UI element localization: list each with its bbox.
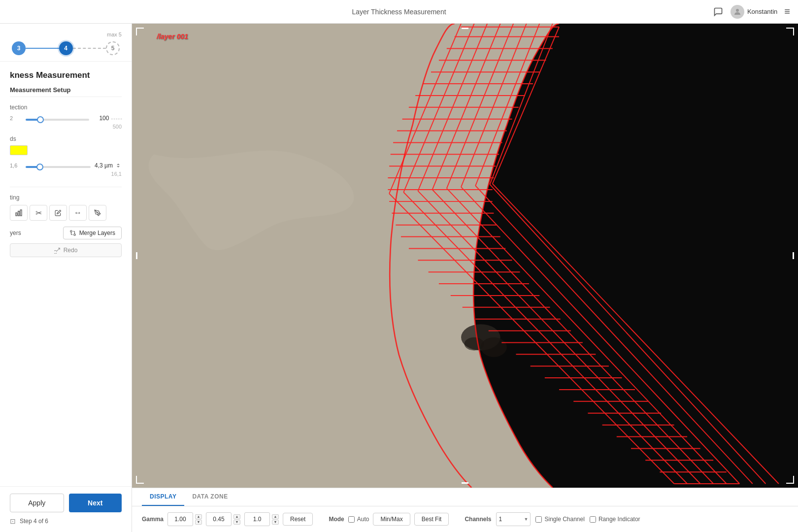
pencil-button[interactable] bbox=[49, 205, 67, 221]
gamma-down-1[interactable]: ▼ bbox=[195, 520, 202, 525]
app-title: Layer Thickness Measurement bbox=[352, 8, 446, 16]
gamma-input-3[interactable] bbox=[244, 512, 270, 526]
scissors-button[interactable]: ✂ bbox=[30, 205, 47, 221]
auto-checkbox-label: Auto bbox=[348, 516, 369, 523]
user-menu[interactable]: Konstantin bbox=[731, 5, 777, 19]
menu-icon[interactable]: ≡ bbox=[784, 6, 790, 17]
range-indicator-checkbox[interactable] bbox=[590, 516, 596, 523]
bottom-tabs: DISPLAY DATA ZONE bbox=[132, 488, 798, 506]
steps-track: 3 4 5 bbox=[10, 41, 122, 55]
corner-marker-tr bbox=[786, 28, 794, 35]
edge-marker-bottom bbox=[462, 482, 468, 484]
corner-marker-tl bbox=[136, 28, 144, 35]
gamma-up-1[interactable]: ▲ bbox=[195, 514, 202, 519]
section-title: kness Measurement bbox=[0, 62, 132, 86]
reset-button[interactable]: Reset bbox=[283, 513, 313, 526]
svg-point-6 bbox=[70, 231, 72, 233]
thickness-spinner-icon bbox=[115, 162, 122, 169]
gamma-spinner-3: ▲ ▼ bbox=[272, 514, 279, 525]
measurement-panel: Measurement Setup tection 2 100 - - - - … bbox=[0, 86, 132, 185]
panel-heading: Measurement Setup bbox=[10, 86, 122, 97]
channels-group: Channels 1 2 3 ▼ Single Channel bbox=[465, 512, 640, 526]
sidebar-scroll-area: kness Measurement Measurement Setup tect… bbox=[0, 62, 132, 486]
color-swatch[interactable] bbox=[10, 145, 28, 155]
layers-label: yers bbox=[10, 230, 21, 236]
toolbar-section: ting ✂ ↔ yers bbox=[0, 189, 132, 263]
pen-tool-button[interactable] bbox=[89, 205, 106, 221]
toolbar-label: ting bbox=[10, 194, 122, 201]
gamma-up-2[interactable]: ▲ bbox=[233, 514, 240, 519]
minmax-button[interactable]: Min/Max bbox=[373, 513, 410, 526]
steps-max-label: max 5 bbox=[10, 32, 122, 37]
avatar bbox=[731, 5, 744, 19]
gamma-label: Gamma bbox=[142, 516, 164, 523]
range-indicator-text: Range Indicator bbox=[598, 516, 640, 523]
step-indicator-label: Step 4 of 6 bbox=[20, 518, 48, 525]
layers-row: yers Merge Layers bbox=[10, 227, 122, 239]
channels-label: Channels bbox=[465, 516, 491, 523]
edge-marker-right bbox=[793, 252, 794, 259]
best-fit-button[interactable]: Best Fit bbox=[414, 513, 449, 526]
detection-value: 100 bbox=[93, 115, 109, 122]
thickness-value-group: 4,3 µm bbox=[95, 162, 122, 169]
toolbar-icons-row: ✂ ↔ bbox=[10, 205, 122, 221]
topbar-right: Konstantin ≡ bbox=[713, 5, 790, 19]
bottom-panel: DISPLAY DATA ZONE Gamma ▲ ▼ bbox=[132, 488, 798, 532]
gamma-input-2[interactable] bbox=[206, 512, 232, 526]
channel-select-wrapper: 1 2 3 ▼ bbox=[496, 512, 531, 526]
gamma-input-1[interactable] bbox=[167, 512, 193, 526]
mode-label: Mode bbox=[329, 516, 344, 523]
chat-icon[interactable] bbox=[713, 6, 724, 17]
detection-min: 2 bbox=[10, 115, 22, 121]
svg-point-5 bbox=[73, 234, 75, 236]
username-label: Konstantin bbox=[747, 8, 777, 15]
next-button[interactable]: Next bbox=[69, 494, 122, 512]
channel-select[interactable]: 1 2 3 bbox=[496, 512, 531, 526]
svg-point-10 bbox=[481, 337, 507, 357]
detection-slider[interactable] bbox=[26, 119, 89, 121]
detection-dashes: - - - - - bbox=[111, 115, 122, 121]
footer-buttons: Apply Next bbox=[10, 494, 122, 512]
detection-slider-wrapper bbox=[26, 114, 89, 123]
detection-slider-row: 2 100 - - - - - bbox=[10, 114, 122, 123]
sidebar: max 5 3 4 5 kness Measurement Measuremen… bbox=[0, 24, 132, 532]
thickness-slider-row: 1,6 4,3 µm bbox=[10, 161, 122, 170]
redo-icon bbox=[54, 247, 61, 254]
svg-point-0 bbox=[736, 9, 739, 12]
auto-checkbox[interactable] bbox=[348, 516, 355, 523]
microscope-image bbox=[132, 24, 798, 488]
gamma-down-3[interactable]: ▼ bbox=[272, 520, 279, 525]
range-indicator-label: Range Indicator bbox=[590, 516, 640, 523]
thickness-max-label: 16,1 bbox=[10, 171, 122, 177]
auto-label: Auto bbox=[357, 516, 369, 523]
svg-rect-1 bbox=[16, 213, 17, 216]
bar-chart-button[interactable] bbox=[10, 205, 28, 221]
redo-button[interactable]: Redo bbox=[10, 243, 122, 257]
thickness-slider[interactable] bbox=[26, 166, 91, 168]
apply-button[interactable]: Apply bbox=[10, 494, 64, 512]
svg-point-4 bbox=[97, 212, 98, 213]
arrows-button[interactable]: ↔ bbox=[69, 205, 87, 221]
step-indicator-icon: ⊡ bbox=[10, 517, 16, 525]
connector-4-5 bbox=[73, 48, 106, 49]
step-3: 3 bbox=[12, 41, 26, 55]
step-5: 5 bbox=[106, 41, 120, 55]
colors-label: ds bbox=[10, 135, 122, 142]
sidebar-footer: Apply Next ⊡ Step 4 of 6 bbox=[0, 486, 132, 532]
topbar: Layer Thickness Measurement Konstantin ≡ bbox=[0, 0, 798, 24]
connector-3-4 bbox=[26, 48, 59, 49]
main-container: max 5 3 4 5 kness Measurement Measuremen… bbox=[0, 24, 798, 532]
merge-layers-button[interactable]: Merge Layers bbox=[63, 227, 122, 239]
thickness-slider-wrapper bbox=[26, 161, 91, 170]
detection-max-label: 500 bbox=[10, 124, 122, 130]
step-indicator: ⊡ Step 4 of 6 bbox=[10, 517, 122, 525]
gamma-up-3[interactable]: ▲ bbox=[272, 514, 279, 519]
merge-icon bbox=[69, 230, 76, 236]
gamma-down-2[interactable]: ▼ bbox=[233, 520, 240, 525]
gamma-input-3-group: ▲ ▼ bbox=[244, 512, 279, 526]
image-viewport[interactable]: /layer 001 bbox=[132, 24, 798, 488]
single-channel-checkbox[interactable] bbox=[535, 516, 542, 523]
thickness-min: 1,6 bbox=[10, 163, 22, 168]
tab-data-zone[interactable]: DATA ZONE bbox=[184, 488, 235, 506]
tab-display[interactable]: DISPLAY bbox=[142, 488, 184, 506]
